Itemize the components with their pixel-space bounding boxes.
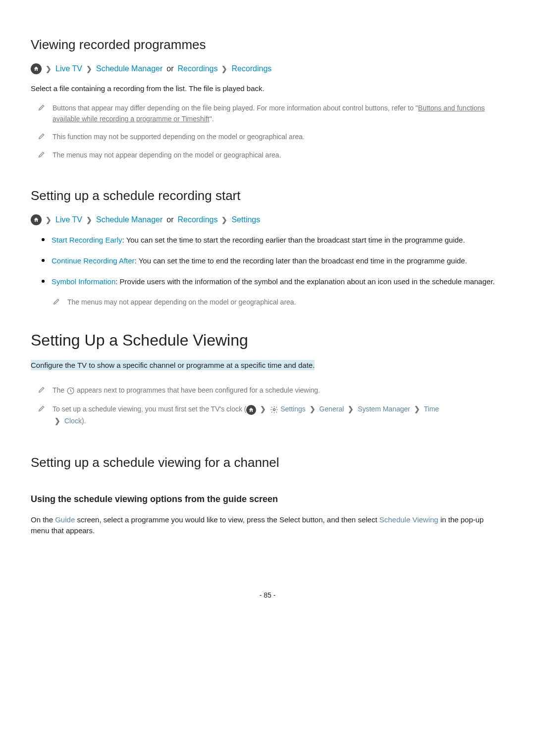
- heading-schedule-recording: Setting up a schedule recording start: [31, 188, 504, 203]
- option-desc: : You can set the time to start the reco…: [122, 236, 465, 244]
- note-text: The menus may not appear depending on th…: [67, 297, 296, 307]
- note-text: The menus may not appear depending on th…: [53, 150, 281, 160]
- note-row-nested: The menus may not appear depending on th…: [53, 297, 504, 307]
- link-guide: Guide: [55, 515, 75, 524]
- bullet-icon: [42, 259, 45, 262]
- option-desc: : You can set the time to end the record…: [135, 256, 467, 265]
- home-icon: [31, 214, 42, 225]
- note-part: To set up a schedule viewing, you must f…: [53, 405, 246, 413]
- crumb-recordings: Recordings: [178, 215, 218, 224]
- pencil-icon: [53, 298, 60, 305]
- crumb-schedule-manager: Schedule Manager: [96, 64, 162, 73]
- pencil-icon: [38, 103, 46, 111]
- gear-icon: [270, 405, 278, 414]
- list-item: Symbol Information: Provide users with t…: [42, 276, 504, 288]
- crumb-clock: Clock: [64, 417, 82, 425]
- pencil-icon: [38, 404, 46, 412]
- note-part: The: [53, 386, 66, 394]
- home-icon: [246, 405, 256, 415]
- crumb-settings: Settings: [280, 405, 306, 413]
- list-item: Continue Recording After: You can set th…: [42, 255, 504, 267]
- bullet-icon: [42, 280, 45, 283]
- subheading-guide-options: Using the schedule viewing options from …: [31, 494, 504, 504]
- description-text: On the Guide screen, select a programme …: [31, 514, 504, 537]
- note-row: Buttons that appear may differ depending…: [38, 102, 504, 125]
- pencil-icon: [38, 132, 46, 140]
- chevron-icon: ❯: [348, 403, 354, 415]
- note-text: Buttons that appear may differ depending…: [53, 102, 504, 125]
- text-part: screen, select a programme you would lik…: [75, 515, 379, 524]
- heading-viewing-recorded: Viewing recorded programmes: [31, 37, 504, 52]
- chevron-icon: ❯: [221, 216, 227, 224]
- heading-schedule-channel: Setting up a schedule viewing for a chan…: [31, 455, 504, 470]
- crumb-time: Time: [424, 405, 439, 413]
- note-text: This function may not be supported depen…: [53, 131, 305, 142]
- option-label: Continue Recording After: [52, 256, 135, 265]
- chevron-icon: ❯: [86, 216, 92, 224]
- bullet-list: Start Recording Early: You can set the t…: [42, 234, 504, 288]
- chevron-icon: ❯: [260, 403, 266, 415]
- pencil-icon: [38, 386, 46, 394]
- chevron-icon: ❯: [54, 415, 60, 427]
- description-text: Select a file containing a recording fro…: [31, 83, 504, 95]
- text-part: On the: [31, 515, 55, 524]
- crumb-or: or: [166, 215, 173, 224]
- crumb-general: General: [320, 405, 344, 413]
- link-schedule-viewing: Schedule Viewing: [379, 515, 438, 524]
- pencil-icon: [38, 151, 46, 158]
- bullet-icon: [42, 238, 45, 241]
- crumb-schedule-manager: Schedule Manager: [96, 215, 162, 224]
- chevron-icon: ❯: [46, 216, 52, 224]
- breadcrumb-settings: ❯ Live TV ❯ Schedule Manager or Recordin…: [31, 214, 504, 225]
- note-row: The menus may not appear depending on th…: [38, 150, 504, 160]
- bullet-text: Continue Recording After: You can set th…: [52, 255, 467, 267]
- note-text-part: Buttons that appear may differ depending…: [53, 104, 418, 112]
- chevron-icon: ❯: [221, 65, 227, 73]
- bullet-text: Symbol Information: Provide users with t…: [52, 276, 495, 288]
- home-icon: [31, 63, 42, 74]
- note-text: The appears next to programmes that have…: [53, 385, 320, 397]
- crumb-system-manager: System Manager: [358, 405, 410, 413]
- note-part: appears next to programmes that have bee…: [75, 386, 320, 394]
- option-desc: : Provide users with the information of …: [115, 277, 494, 286]
- crumb-live-tv: Live TV: [55, 215, 82, 224]
- clock-icon: [66, 387, 75, 395]
- list-item: Start Recording Early: You can set the t…: [42, 234, 504, 246]
- crumb-or: or: [166, 64, 173, 73]
- highlight-text: Configure the TV to show a specific chan…: [31, 360, 315, 370]
- bullet-text: Start Recording Early: You can set the t…: [52, 234, 465, 246]
- chevron-icon: ❯: [86, 65, 92, 73]
- note-part: ).: [82, 417, 86, 425]
- crumb-settings: Settings: [231, 215, 260, 224]
- page-number: - 85 -: [31, 591, 504, 599]
- note-text: To set up a schedule viewing, you must f…: [53, 403, 439, 427]
- chevron-icon: ❯: [310, 403, 316, 415]
- crumb-recordings: Recordings: [178, 64, 218, 73]
- option-label: Symbol Information: [52, 277, 115, 286]
- option-label: Start Recording Early: [52, 236, 122, 244]
- chevron-icon: ❯: [414, 403, 420, 415]
- crumb-live-tv: Live TV: [55, 64, 82, 73]
- note-row: This function may not be supported depen…: [38, 131, 504, 142]
- note-text-part: ".: [210, 115, 214, 123]
- crumb-recordings-2: Recordings: [231, 64, 271, 73]
- svg-point-1: [273, 408, 275, 410]
- chevron-icon: ❯: [46, 65, 52, 73]
- note-row: To set up a schedule viewing, you must f…: [38, 403, 504, 427]
- note-row: The appears next to programmes that have…: [38, 385, 504, 397]
- heading-schedule-viewing: Setting Up a Schedule Viewing: [31, 331, 504, 350]
- breadcrumb-recordings: ❯ Live TV ❯ Schedule Manager or Recordin…: [31, 63, 504, 74]
